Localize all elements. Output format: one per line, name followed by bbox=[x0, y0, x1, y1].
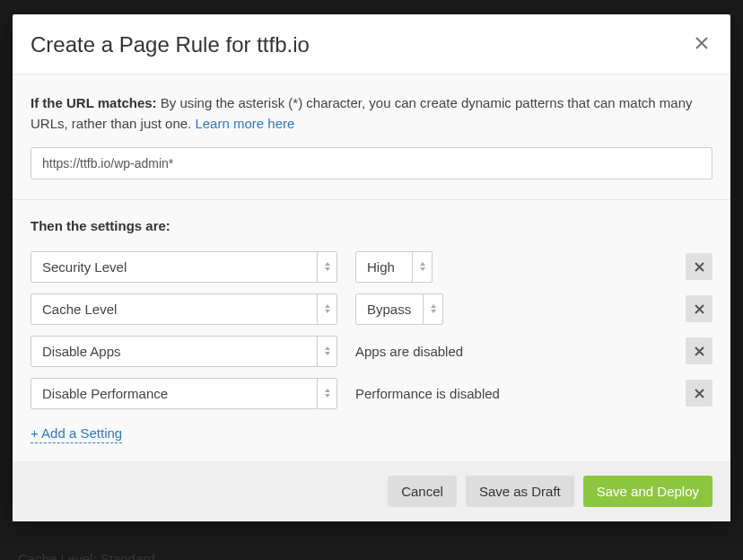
setting-select-label: Security Level bbox=[31, 252, 317, 282]
remove-setting-button[interactable] bbox=[686, 380, 712, 407]
url-match-label: If the URL matches: bbox=[31, 95, 157, 110]
save-draft-button[interactable]: Save as Draft bbox=[466, 476, 574, 507]
remove-setting-button[interactable] bbox=[686, 295, 712, 322]
stepper-icon bbox=[317, 294, 337, 324]
learn-more-link[interactable]: Learn more here bbox=[195, 116, 294, 131]
setting-value-text: Apps are disabled bbox=[355, 344, 668, 359]
value-select-label: Bypass bbox=[356, 294, 423, 324]
setting-select[interactable]: Disable Performance bbox=[31, 378, 337, 409]
stepper-icon bbox=[423, 294, 442, 324]
close-button[interactable] bbox=[691, 32, 712, 56]
close-icon bbox=[695, 304, 704, 314]
remove-setting-button[interactable] bbox=[686, 253, 712, 280]
stepper-icon bbox=[412, 252, 432, 282]
modal-footer: Cancel Save as Draft Save and Deploy bbox=[13, 461, 730, 521]
setting-select-label: Disable Apps bbox=[31, 337, 317, 366]
setting-row: Security Level High bbox=[31, 251, 712, 283]
value-select-label: High bbox=[356, 252, 412, 282]
close-icon bbox=[695, 346, 704, 356]
setting-select[interactable]: Disable Apps bbox=[31, 336, 337, 367]
save-deploy-button[interactable]: Save and Deploy bbox=[583, 476, 712, 507]
setting-row: Disable Apps Apps are disabled bbox=[31, 336, 712, 367]
setting-select[interactable]: Cache Level bbox=[31, 293, 337, 325]
page-rule-modal: Create a Page Rule for ttfb.io If the UR… bbox=[13, 14, 730, 521]
close-icon bbox=[695, 389, 704, 398]
stepper-icon bbox=[317, 252, 337, 282]
remove-setting-button[interactable] bbox=[686, 337, 712, 364]
modal-header: Create a Page Rule for ttfb.io bbox=[13, 14, 730, 74]
close-icon bbox=[695, 262, 704, 272]
settings-section: Then the settings are: Security Level Hi… bbox=[13, 200, 730, 461]
close-icon bbox=[695, 36, 709, 50]
setting-select-label: Disable Performance bbox=[31, 379, 317, 408]
value-select[interactable]: High bbox=[355, 251, 433, 283]
stepper-icon bbox=[317, 337, 337, 366]
cancel-button[interactable]: Cancel bbox=[388, 476, 457, 507]
setting-value-text: Performance is disabled bbox=[355, 386, 668, 401]
url-match-section: If the URL matches: By using the asteris… bbox=[13, 74, 730, 200]
settings-label: Then the settings are: bbox=[31, 218, 712, 233]
modal-title: Create a Page Rule for ttfb.io bbox=[31, 32, 310, 57]
stepper-icon bbox=[317, 379, 337, 408]
helper-text: If the URL matches: By using the asteris… bbox=[31, 92, 712, 135]
value-select[interactable]: Bypass bbox=[355, 293, 443, 325]
add-setting-link[interactable]: + Add a Setting bbox=[31, 425, 122, 443]
setting-row: Disable Performance Performance is disab… bbox=[31, 378, 712, 409]
url-pattern-input[interactable] bbox=[31, 147, 712, 179]
setting-select-label: Cache Level bbox=[31, 294, 317, 324]
setting-row: Cache Level Bypass bbox=[31, 293, 712, 325]
setting-select[interactable]: Security Level bbox=[31, 251, 337, 283]
